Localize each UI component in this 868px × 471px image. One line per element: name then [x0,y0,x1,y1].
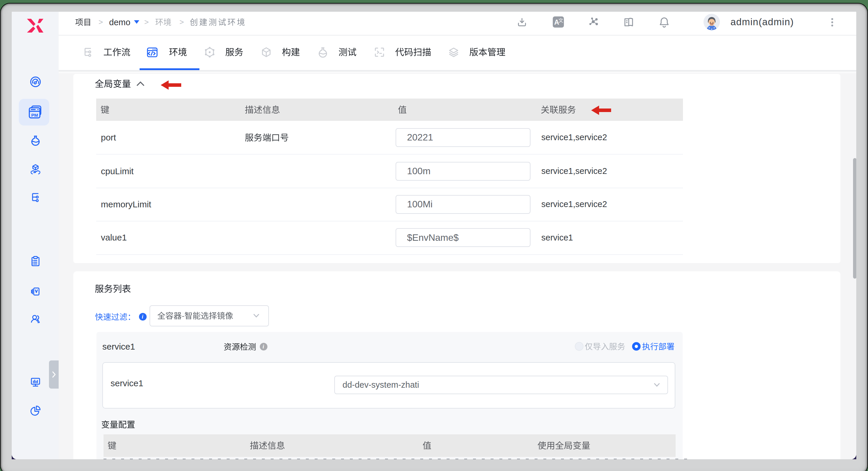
svg-text:i: i [142,314,144,320]
svg-text:A: A [554,19,559,26]
svg-text:i: i [263,344,264,350]
svg-text:PM: PM [31,113,38,118]
